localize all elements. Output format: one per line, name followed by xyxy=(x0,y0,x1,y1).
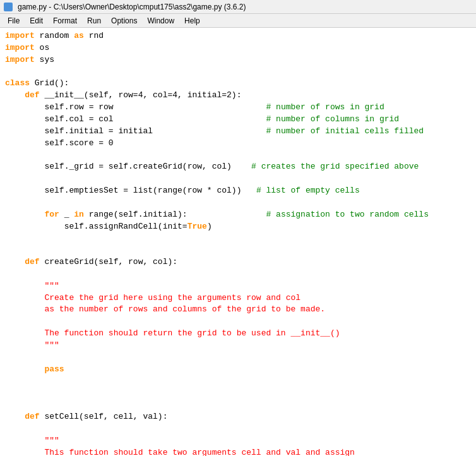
title-bar-text: game.py - C:\Users\Owner\Desktop\cmput17… xyxy=(18,3,246,11)
title-bar: game.py - C:\Users\Owner\Desktop\cmput17… xyxy=(0,0,476,14)
code-editor[interactable]: import random as rnd import os import sy… xyxy=(0,28,476,456)
menu-file[interactable]: File xyxy=(3,15,25,27)
menu-window[interactable]: Window xyxy=(142,15,179,27)
app-icon xyxy=(4,3,13,11)
menu-edit[interactable]: Edit xyxy=(25,15,48,27)
menu-options[interactable]: Options xyxy=(106,15,142,27)
menu-run[interactable]: Run xyxy=(82,15,106,27)
menu-bar: File Edit Format Run Options Window Help xyxy=(0,14,476,28)
menu-help[interactable]: Help xyxy=(179,15,205,27)
menu-format[interactable]: Format xyxy=(48,15,82,27)
